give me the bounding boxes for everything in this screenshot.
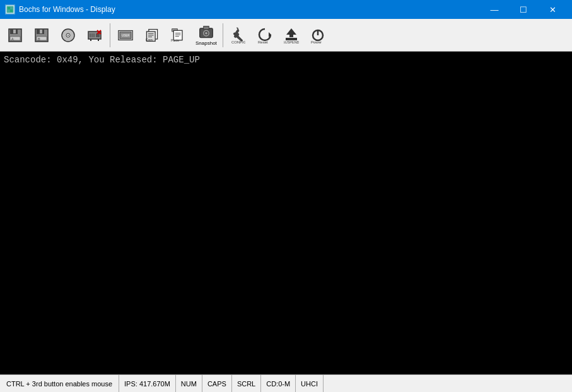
floppy-b-button[interactable]: B: [29,21,54,50]
svg-text:CONFIG: CONFIG [231,40,245,44]
svg-rect-5 [13,30,16,33]
floppy-b-icon: B: [34,28,49,43]
svg-point-43 [205,32,207,34]
user-button[interactable]: USER [113,21,138,50]
snapshot-button[interactable]: Snapshot [192,21,220,50]
status-bar: CTRL + 3rd button enables mouse IPS: 417… [0,374,572,392]
user-icon: USER [118,28,133,43]
suspend-icon: SUSPEND [284,28,299,43]
snapshot-icon [199,25,214,40]
toolbar: A: B: [0,19,572,52]
app-icon [5,4,15,14]
svg-text:B:: B: [38,37,41,41]
svg-text:USER: USER [122,34,130,37]
power-icon: Power [310,28,325,43]
title-bar: Bochs for Windows - Display — ☐ ✕ [0,0,572,19]
svg-point-15 [67,35,69,36]
network-button[interactable] [82,21,107,50]
network-icon [87,28,102,43]
wrench-icon: CONFIG [231,28,246,43]
copy-button[interactable]: Copy [139,21,165,50]
svg-text:Power: Power [311,40,322,43]
svg-rect-10 [40,30,42,33]
svg-rect-1 [8,7,10,9]
config-button[interactable]: CONFIG [226,21,251,50]
status-hint: CTRL + 3rd button enables mouse [0,375,119,392]
toolbar-separator-2 [223,23,223,47]
display-area[interactable]: Scancode: 0x49, You Released: PAGE_UP [0,52,572,374]
status-ips: IPS: 417.670M [119,375,176,392]
svg-marker-48 [286,28,296,37]
svg-text:Copy: Copy [146,38,153,42]
svg-rect-2 [10,9,13,12]
window-controls: — ☐ ✕ [480,0,567,19]
floppy-a-button[interactable]: A: [3,21,28,50]
status-cd: CD:0-M [261,375,296,392]
scancode-text: Scancode: 0x49, You Released: PAGE_UP [0,52,572,69]
svg-text:A:: A: [11,37,15,41]
reset-button[interactable]: Reset [252,21,277,50]
power-button[interactable]: Power [305,21,330,50]
reset-icon: Reset [257,28,272,43]
toolbar-separator-1 [110,23,110,47]
svg-text:Reset: Reset [258,40,268,43]
paste-button[interactable]: Paste [166,21,191,50]
paste-icon: Paste [171,28,186,43]
svg-text:Paste: Paste [171,38,179,42]
window-title: Bochs for Windows - Display [19,5,115,14]
maximize-button[interactable]: ☐ [509,0,538,19]
close-button[interactable]: ✕ [538,0,567,19]
minimize-button[interactable]: — [480,0,509,19]
status-scrl: SCRL [232,375,261,392]
status-caps: CAPS [202,375,232,392]
cdrom-button[interactable] [55,21,81,50]
status-num: NUM [176,375,202,392]
cdrom-icon [61,28,76,43]
svg-text:SUSPEND: SUSPEND [284,40,299,43]
status-uhci: UHCI [296,375,324,392]
suspend-button[interactable]: SUSPEND [279,21,304,50]
floppy-a-icon: A: [8,28,23,43]
copy-icon: Copy [144,28,160,43]
snapshot-label: Snapshot [196,40,217,46]
svg-rect-41 [204,26,209,29]
